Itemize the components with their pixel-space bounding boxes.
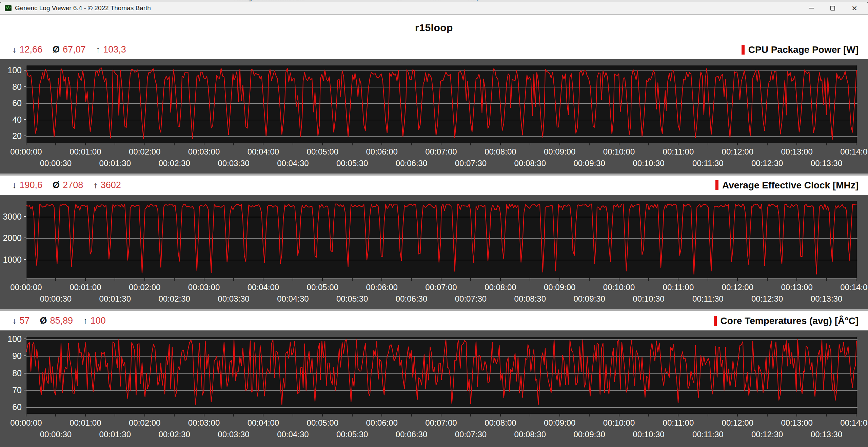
x-tick-label-row2: 00:13:30 — [811, 294, 842, 304]
x-tick-label-row1: 00:02:00 — [129, 418, 160, 428]
x-tick-mark — [115, 414, 115, 416]
x-tick-mark — [204, 414, 204, 416]
chart-panel-effective-clock: 10002000300000:00:0000:01:0000:02:0000:0… — [0, 195, 868, 311]
x-tick-mark — [144, 143, 145, 145]
x-tick-label-row1: 00:12:00 — [722, 418, 753, 428]
x-tick-label-row1: 00:08:00 — [485, 283, 516, 292]
x-tick-label-row2: 00:09:30 — [573, 294, 605, 304]
x-tick-label-row1: 00:13:00 — [781, 283, 812, 292]
titlebar[interactable]: Generic Log Viewer 6.4 - © 2022 Thomas B… — [0, 2, 868, 15]
stats-band-cpu-power: ↓ 12,66 Ø 67,07 ↑ 103,3 CPU Package Powe… — [0, 40, 868, 59]
close-button[interactable]: ✕ — [844, 2, 865, 15]
x-tick-mark — [441, 414, 441, 416]
x-tick-mark — [174, 143, 175, 145]
x-tick-mark — [293, 414, 293, 416]
x-tick-label-row2: 00:13:30 — [811, 430, 842, 439]
x-tick-mark — [500, 414, 501, 416]
x-tick-label-row1: 00:07:00 — [425, 283, 457, 292]
x-tick-label-row2: 00:08:30 — [514, 294, 546, 304]
x-tick-label-row2: 00:05:30 — [336, 294, 368, 304]
x-tick-mark — [826, 278, 827, 281]
x-tick-label-row1: 00:10:00 — [603, 283, 635, 292]
x-tick-label-row1: 00:05:00 — [307, 147, 338, 157]
x-tick-label-row2: 00:12:30 — [751, 159, 783, 168]
x-tick-mark — [796, 414, 797, 416]
x-tick-label-row2: 00:06:30 — [396, 294, 427, 304]
plot-area-effective-clock[interactable] — [26, 201, 857, 279]
plot-area-cpu-power[interactable] — [26, 65, 857, 143]
x-tick-mark — [767, 414, 768, 416]
max-arrow-icon: ↑ — [96, 45, 100, 55]
average-icon: Ø — [53, 44, 60, 55]
x-tick-label-row1: 00:04:00 — [248, 283, 279, 292]
x-tick-mark — [737, 278, 738, 281]
window-title: Generic Log Viewer 6.4 - © 2022 Thomas B… — [15, 4, 151, 12]
series-label-effective-clock: Average Effective Clock [MHz] — [715, 180, 859, 191]
x-tick-label-row1: 00:10:00 — [603, 147, 635, 157]
y-tick-mark — [24, 407, 26, 407]
x-tick-mark — [767, 278, 768, 281]
x-tick-label-row2: 00:09:30 — [573, 430, 605, 439]
x-tick-mark — [530, 278, 530, 281]
series-trace — [26, 204, 856, 274]
x-tick-label-row1: 00:00:00 — [10, 147, 42, 157]
series-color-swatch — [714, 316, 717, 326]
x-tick-label-row2: 00:05:30 — [336, 430, 368, 439]
maximize-button[interactable] — [822, 2, 844, 15]
x-tick-mark — [144, 278, 145, 281]
x-tick-mark — [737, 414, 738, 416]
stat-avg-value: 85,89 — [50, 316, 73, 326]
x-tick-label-row2: 00:05:30 — [336, 159, 368, 168]
x-tick-label-row1: 00:04:00 — [248, 418, 279, 428]
y-tick-mark — [24, 390, 26, 390]
x-tick-mark — [708, 278, 708, 281]
x-tick-label-row1: 00:04:00 — [248, 147, 279, 157]
max-arrow-icon: ↑ — [93, 180, 98, 190]
maximize-icon — [830, 6, 835, 11]
x-tick-mark — [263, 278, 263, 281]
x-tick-mark — [26, 143, 26, 145]
x-tick-label-row1: 00:09:00 — [544, 283, 575, 292]
stat-max-value: 100 — [91, 316, 106, 326]
x-tick-mark — [856, 278, 856, 281]
x-tick-label-row1: 00:09:00 — [544, 418, 575, 428]
x-tick-mark — [233, 414, 234, 416]
x-tick-label-row2: 00:11:30 — [692, 430, 724, 439]
series-title: Core Temperatures (avg) [Â°C] — [721, 316, 859, 326]
stat-avg-group: Ø 67,07 — [53, 44, 86, 55]
x-tick-label-row2: 00:13:30 — [811, 159, 842, 168]
x-tick-label-row1: 00:12:00 — [722, 283, 753, 292]
x-tick-mark — [85, 278, 86, 281]
y-tick-mark — [24, 339, 26, 339]
x-tick-label-row1: 00:03:00 — [188, 283, 220, 292]
series-title: CPU Package Power [W] — [748, 44, 859, 55]
stat-avg-group: Ø 2708 — [53, 180, 83, 190]
x-tick-label-row1: 00:06:00 — [366, 147, 397, 157]
stat-min-value: 12,66 — [20, 44, 43, 55]
x-tick-label-row1: 00:03:00 — [188, 418, 220, 428]
x-tick-label-row2: 00:04:30 — [277, 294, 309, 304]
average-icon: Ø — [40, 316, 47, 326]
series-label-core-temps: Core Temperatures (avg) [Â°C] — [714, 316, 859, 326]
x-tick-mark — [619, 278, 619, 281]
x-tick-label-row1: 00:08:00 — [485, 147, 516, 157]
x-tick-label-row1: 00:02:00 — [129, 147, 160, 157]
x-tick-mark — [856, 414, 856, 416]
x-tick-mark — [26, 278, 26, 281]
x-tick-mark — [500, 143, 501, 145]
stat-max-value: 103,3 — [103, 44, 126, 55]
x-tick-mark — [470, 143, 471, 145]
x-tick-label-row2: 00:02:30 — [158, 294, 190, 304]
stat-avg-value: 67,07 — [63, 44, 86, 55]
x-tick-mark — [767, 143, 768, 145]
x-tick-mark — [559, 278, 560, 281]
y-tick-mark — [24, 373, 26, 373]
chart-svg — [26, 201, 857, 279]
x-tick-mark — [589, 414, 590, 416]
minimize-button[interactable] — [800, 2, 822, 15]
x-tick-mark — [708, 143, 708, 145]
y-tick-label: 40 — [0, 115, 22, 124]
x-tick-label-row1: 00:03:00 — [188, 147, 220, 157]
plot-area-core-temps[interactable] — [26, 336, 857, 414]
x-tick-label-row2: 00:02:30 — [158, 430, 190, 439]
